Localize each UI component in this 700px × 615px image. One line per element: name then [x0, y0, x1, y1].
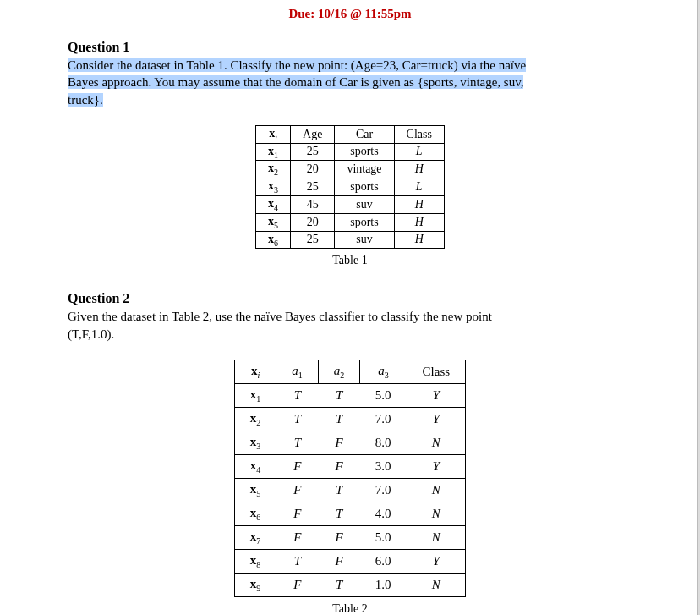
- td: N: [407, 502, 466, 525]
- td: 3.0: [360, 454, 407, 478]
- td: 45: [291, 195, 335, 213]
- q1-body: Consider the dataset in Table 1. Classif…: [68, 57, 632, 108]
- td: x7: [234, 525, 276, 549]
- table-row: x8 T F 6.0 Y: [234, 549, 465, 573]
- td: H: [394, 161, 444, 178]
- td: 20: [291, 161, 335, 178]
- th: Class: [394, 125, 444, 143]
- td: x8: [234, 549, 276, 573]
- table-row: x6 25 suv H: [256, 231, 445, 249]
- td: x4: [234, 454, 276, 478]
- table-row: xi a1 a2 a3 Class: [234, 360, 465, 383]
- table-row: x7 F F 5.0 N: [234, 525, 465, 549]
- table2-wrap: xi a1 a2 a3 Class x1 T T 5.0 Y x2 T T 7.…: [68, 360, 632, 615]
- td: 6.0: [360, 549, 407, 573]
- table1-wrap: xi Age Car Class x1 25 sports L x2 20 vi…: [68, 125, 632, 268]
- table-row: x4 F F 3.0 Y: [234, 454, 465, 478]
- table-row: x6 F T 4.0 N: [234, 502, 465, 525]
- td: x2: [234, 407, 276, 431]
- td: 1.0: [360, 573, 407, 596]
- th: a1: [276, 360, 319, 383]
- td: 5.0: [360, 525, 407, 549]
- td: sports: [335, 143, 394, 161]
- table-row: x3 T F 8.0 N: [234, 431, 465, 454]
- td: Y: [407, 383, 466, 407]
- table-row: x4 45 suv H: [256, 195, 445, 213]
- td: T: [276, 407, 319, 431]
- td: 25: [291, 143, 335, 161]
- td: T: [318, 383, 360, 407]
- q1-body-highlight: Bayes approach. You may assume that the …: [68, 75, 523, 89]
- td: L: [394, 178, 444, 196]
- q2-body: Given the dataset in Table 2, use the na…: [68, 308, 632, 343]
- due-line: Due: 10/16 @ 11:55pm: [68, 0, 632, 21]
- td: N: [407, 525, 466, 549]
- table-row: x5 20 sports H: [256, 213, 445, 231]
- td: F: [318, 525, 360, 549]
- td: sports: [335, 178, 394, 196]
- table-row: x2 T T 7.0 Y: [234, 407, 465, 431]
- td: 20: [291, 213, 335, 231]
- td: x3: [256, 178, 291, 196]
- q2-title: Question 2: [68, 291, 632, 306]
- td: x3: [234, 431, 276, 454]
- q2-body-line: (T,F,1.0).: [68, 327, 114, 341]
- table-row: x2 20 vintage H: [256, 161, 445, 178]
- td: N: [407, 478, 466, 502]
- td: F: [318, 431, 360, 454]
- td: N: [407, 431, 466, 454]
- td: 4.0: [360, 502, 407, 525]
- td: F: [276, 454, 319, 478]
- table1: xi Age Car Class x1 25 sports L x2 20 vi…: [255, 125, 445, 250]
- td: H: [394, 231, 444, 249]
- td: sports: [335, 213, 394, 231]
- td: N: [407, 573, 466, 596]
- table-row: x1 T T 5.0 Y: [234, 383, 465, 407]
- th: xi: [256, 125, 291, 143]
- td: Y: [407, 407, 466, 431]
- td: x1: [256, 143, 291, 161]
- table-row: x3 25 sports L: [256, 178, 445, 196]
- q1-title: Question 1: [68, 40, 632, 55]
- th: Age: [291, 125, 335, 143]
- td: x6: [234, 502, 276, 525]
- td: T: [276, 383, 319, 407]
- table2-caption: Table 2: [68, 602, 632, 615]
- td: T: [318, 407, 360, 431]
- td: F: [276, 478, 319, 502]
- td: Y: [407, 549, 466, 573]
- q2-body-line: Given the dataset in Table 2, use the na…: [68, 310, 492, 323]
- td: x9: [234, 573, 276, 596]
- td: F: [318, 454, 360, 478]
- td: T: [318, 573, 360, 596]
- td: 7.0: [360, 407, 407, 431]
- th: Car: [335, 125, 394, 143]
- table-row: x5 F T 7.0 N: [234, 478, 465, 502]
- td: F: [318, 549, 360, 573]
- td: T: [276, 431, 319, 454]
- td: 25: [291, 178, 335, 196]
- td: x6: [256, 231, 291, 249]
- td: 25: [291, 231, 335, 249]
- td: F: [276, 573, 319, 596]
- q1-body-highlight: truck}.: [68, 93, 103, 107]
- td: x5: [234, 478, 276, 502]
- td: H: [394, 213, 444, 231]
- td: suv: [335, 195, 394, 213]
- td: Y: [407, 454, 466, 478]
- th: a2: [318, 360, 360, 383]
- table-row: xi Age Car Class: [256, 125, 445, 143]
- th: a3: [360, 360, 407, 383]
- td: T: [276, 549, 319, 573]
- td: vintage: [335, 161, 394, 178]
- td: x1: [234, 383, 276, 407]
- table-row: x1 25 sports L: [256, 143, 445, 161]
- td: 5.0: [360, 383, 407, 407]
- th: Class: [407, 360, 466, 383]
- td: L: [394, 143, 444, 161]
- table1-caption: Table 1: [68, 254, 632, 267]
- td: 8.0: [360, 431, 407, 454]
- td: 7.0: [360, 478, 407, 502]
- td: H: [394, 195, 444, 213]
- td: x2: [256, 161, 291, 178]
